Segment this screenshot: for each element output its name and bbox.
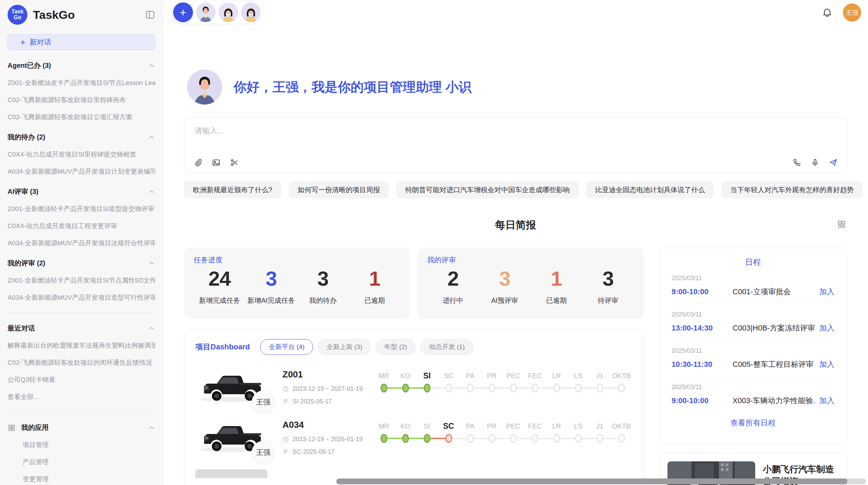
milestone: SC	[438, 370, 459, 395]
app-item[interactable]: 产品管理	[8, 458, 155, 467]
sidebar-section-title: Agent已办 (3)	[8, 61, 51, 70]
sidebar-task-item[interactable]: A034-全新新能源MUV产品开发项目计划变更表编写	[8, 167, 155, 176]
sidebar-section-header[interactable]: AI评审 (3)	[8, 187, 155, 196]
right-column: 日程 2025/03/119:00-10:00C001-立项审批会加入2025/…	[659, 248, 847, 485]
dashboard-tab[interactable]: 年型 (2)	[376, 339, 416, 355]
chat-input[interactable]	[194, 125, 837, 147]
suggestion-chip[interactable]: 当下年轻人对汽车外观有怎样的喜好趋势	[721, 181, 863, 198]
suggestion-chip[interactable]: 比亚迪全固态电池计划具体说了什么	[586, 181, 714, 198]
collapse-sidebar-icon[interactable]	[145, 10, 155, 20]
milestone-dot	[424, 434, 431, 443]
screenshot-scissors-icon[interactable]	[230, 158, 239, 167]
recent-chat-item[interactable]: 解释最新出台的欧盟报废车法规再生塑料比例被调至15%...	[8, 341, 155, 350]
app-item[interactable]: 变更管理	[8, 475, 155, 484]
project-flag: SI-2025-05-17	[282, 398, 369, 405]
logo-line1: Task	[11, 9, 23, 15]
milestone-dot-row	[481, 382, 503, 395]
sidebar-task-item[interactable]: A034-全新新能源MUV产品开发项目造型可行性评审	[8, 293, 155, 302]
sidebar-task-item[interactable]: Z001-全新燃油轻卡产品开发项目SI造型提交物评审	[8, 204, 155, 213]
image-upload-icon[interactable]	[212, 158, 221, 167]
sidebar-section-header[interactable]: Agent已办 (3)	[8, 61, 155, 70]
milestone-label: SC	[444, 370, 454, 382]
sidebar-task-item[interactable]: C0X4-动力总成开发项目工程变更评审	[8, 222, 155, 231]
horizontal-scrollbar-thumb[interactable]	[336, 478, 847, 484]
milestone: LR	[546, 420, 567, 446]
milestone-dot	[532, 434, 539, 443]
milestone-label: PEC	[506, 370, 520, 382]
sidebar-task-item[interactable]: Z001-全新燃油皮卡产品开发项目SI节点Lesson Learn报告	[8, 78, 155, 87]
project-row[interactable]: 王强Z0012023-12-19 ~ 2027-01-19SI-2025-05-…	[195, 369, 632, 405]
milestone-dot	[618, 384, 625, 393]
greeting-text: 你好，王强，我是你的项目管理助理 小识	[233, 78, 472, 96]
recent-chat-item[interactable]: C02-飞腾新能源轻客改款项目的闭环通告反馈情况	[8, 358, 155, 367]
briefing-columns: 任务进度24新增完成任务3新增AI完成任务3我的待办1已逾期我的评审2进行中3A…	[184, 248, 847, 485]
send-icon[interactable]	[829, 158, 838, 167]
milestone-label: LR	[552, 370, 561, 382]
project-row[interactable]: 王强A0342023-12-19 ~ 2026-01-19SC-2025-05-…	[195, 420, 632, 456]
stat-card: 我的评审2进行中3AI预评审1已逾期3待评审	[418, 248, 643, 319]
new-chat-button[interactable]: + 新对话	[8, 34, 155, 50]
dashboard-tab[interactable]: 全新上装 (3)	[318, 339, 371, 355]
microphone-icon[interactable]	[810, 158, 820, 167]
suggestion-chips: 欧洲新规最近颁布了什么?如何写一份清晰的项目周报特朗普可能对进口汽车增税会对中国…	[184, 181, 847, 198]
recent-chat-item[interactable]: 查看全部...	[8, 393, 155, 401]
horizontal-scrollbar-track[interactable]	[336, 478, 866, 484]
input-toolbar	[193, 158, 838, 167]
agent-avatar-2[interactable]	[218, 2, 238, 22]
sidebar-recent-section: 最近对话解释最新出台的欧盟报废车法规再生塑料比例被调至15%...C02-飞腾新…	[8, 324, 155, 401]
sidebar-task-item[interactable]: C0X4-动力总成开发项目SI里程碑提交物检查	[8, 150, 155, 159]
project-image: 王强	[195, 369, 267, 403]
milestone-label: J1	[596, 370, 603, 382]
sidebar-apps-header[interactable]: 我的应用	[8, 423, 155, 432]
project-dates-text: 2023-12-19 ~ 2027-01-19	[292, 385, 363, 393]
suggestion-chip[interactable]: 如何写一份清晰的项目周报	[289, 181, 389, 198]
sidebar-task-item[interactable]: A034-全新新能源MUV产品开发项目法规符合性评审	[8, 239, 155, 248]
agent-avatar-1[interactable]	[196, 2, 216, 22]
milestone-dot-row	[373, 432, 395, 446]
voice-call-icon[interactable]	[792, 158, 801, 167]
milestone-dot-row	[373, 382, 395, 395]
sidebar-task-item[interactable]: C02-飞腾新能源轻客改款项目里程碑画布	[8, 96, 155, 104]
schedule-date: 2025/03/11	[672, 384, 834, 391]
join-link[interactable]: 加入	[819, 396, 834, 406]
sidebar-section-header[interactable]: 我的待办 (2)	[8, 133, 155, 142]
chevron-up-icon	[148, 424, 155, 432]
join-link[interactable]: 加入	[819, 323, 834, 333]
milestone-dot-row	[589, 382, 611, 395]
milestone: LS	[567, 420, 589, 446]
app-item[interactable]: 项目管理	[8, 440, 155, 449]
milestone-dot	[424, 384, 431, 393]
milestone-dot	[402, 384, 409, 393]
dashboard-tab[interactable]: 全新平台 (4)	[260, 339, 313, 355]
suggestion-chip[interactable]: 特朗普可能对进口汽车增税会对中国车企造成哪些影响	[396, 181, 579, 198]
join-link[interactable]: 加入	[819, 287, 834, 297]
milestone-dot	[381, 384, 387, 393]
attachment-icon[interactable]	[193, 158, 203, 167]
view-all-schedule-link[interactable]: 查看所有日程	[672, 418, 834, 428]
notifications-bell-icon[interactable]	[822, 7, 833, 18]
join-link[interactable]: 加入	[819, 359, 834, 370]
recent-chat-item[interactable]: 公司Q3轻卡销量	[8, 375, 155, 384]
sidebar-task-item[interactable]: C02-飞腾新能源轻客改款项目立项汇报方案	[8, 113, 155, 122]
sidebar-recent-header[interactable]: 最近对话	[8, 324, 155, 333]
suggestion-chip[interactable]: 欧洲新规最近颁布了什么?	[184, 181, 281, 198]
user-avatar[interactable]: 王强	[843, 3, 861, 22]
sidebar-task-item[interactable]: Z001-全新燃油轻卡产品开发项目SI节点属性5D文件评审	[8, 276, 155, 285]
milestone: LR	[546, 370, 567, 395]
project-dates-text: 2023-12-19 ~ 2026-01-19	[292, 436, 363, 443]
topbar-right: 王强	[822, 1, 861, 22]
milestone: PEC	[503, 420, 524, 446]
agent-avatar-3[interactable]	[241, 2, 261, 22]
layout-grid-icon[interactable]	[837, 220, 846, 229]
milestone: OKTB	[611, 420, 632, 446]
sidebar-section-header[interactable]: 我的评审 (2)	[8, 259, 155, 268]
add-agent-button[interactable]: +	[173, 2, 193, 22]
assistant-avatar	[187, 69, 222, 105]
dashboard-tab[interactable]: 动总开发 (1)	[420, 339, 473, 355]
milestone-dot-row	[611, 432, 632, 446]
milestone-dot-row	[416, 432, 438, 446]
project-owner-badge: 王强	[252, 441, 275, 464]
stat-column: 3AI预评审	[479, 267, 531, 305]
clock-icon	[282, 436, 289, 443]
milestone-dot	[596, 434, 603, 443]
